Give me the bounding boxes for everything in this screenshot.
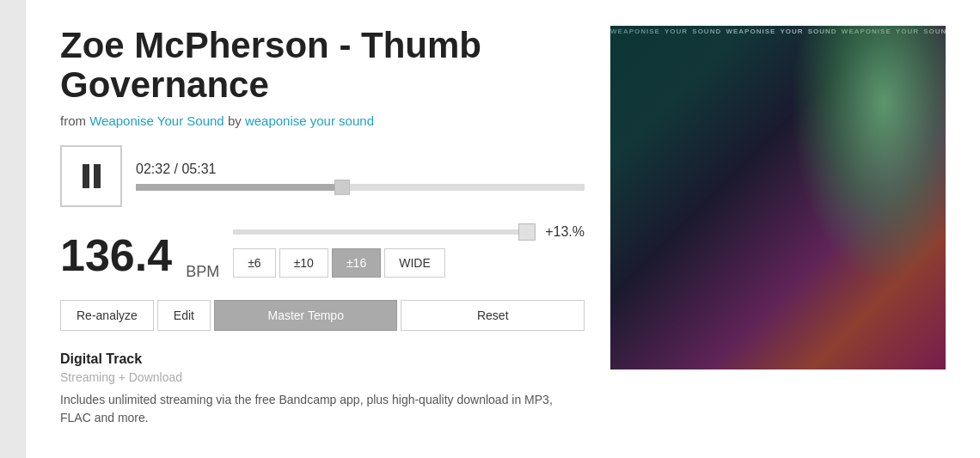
tempo-buttons-row: ±6 ±10 ±16 WIDE xyxy=(233,248,585,278)
total-time: 05:31 xyxy=(181,162,216,176)
from-line: from Weaponise Your Sound by weaponise y… xyxy=(60,113,585,128)
right-panel: WEAPONISE YOUR SOUND WEAPONISE YOUR SOUN… xyxy=(610,26,946,432)
tempo-btn-6[interactable]: ±6 xyxy=(233,248,275,278)
tempo-slider-row: +13.% xyxy=(233,224,585,240)
tempo-slider-handle[interactable] xyxy=(518,223,536,241)
tempo-btn-16[interactable]: ±16 xyxy=(332,248,381,278)
pause-icon xyxy=(83,164,101,188)
player-controls: 02:32 / 05:31 xyxy=(136,162,585,191)
digital-track-section: Digital Track Streaming + Download Inclu… xyxy=(60,351,585,427)
time-display: 02:32 / 05:31 xyxy=(136,162,585,177)
pause-bar-right xyxy=(94,164,101,188)
bpm-value: 136.4 xyxy=(60,233,172,278)
album-art: WEAPONISE YOUR SOUND WEAPONISE YOUR SOUN… xyxy=(610,26,946,369)
pause-button[interactable] xyxy=(60,145,122,207)
art-face xyxy=(791,26,946,284)
time-separator: / xyxy=(170,162,181,176)
sidebar xyxy=(0,0,26,458)
progress-handle[interactable] xyxy=(334,180,350,195)
pause-bar-left xyxy=(83,164,89,188)
bpm-section: 136.4 BPM +13.% ±6 ±10 ±16 WIDE xyxy=(60,224,585,286)
progress-bar[interactable] xyxy=(136,184,585,191)
digital-track-subtitle: Streaming + Download xyxy=(60,370,585,384)
by-text: by xyxy=(228,113,245,128)
album-link[interactable]: Weaponise Your Sound xyxy=(89,113,224,128)
artist-link[interactable]: weaponise your sound xyxy=(245,113,374,128)
reanalyze-button[interactable]: Re-analyze xyxy=(60,300,154,331)
current-time: 02:32 xyxy=(136,162,170,176)
tempo-btn-10[interactable]: ±10 xyxy=(279,248,328,278)
left-panel: Zoe McPherson - Thumb Governance from We… xyxy=(60,26,585,432)
action-buttons-row: Re-analyze Edit Master Tempo Reset xyxy=(60,300,585,331)
progress-fill xyxy=(136,184,342,191)
from-text: from xyxy=(60,113,86,128)
master-tempo-button[interactable]: Master Tempo xyxy=(214,300,398,331)
player-section: 02:32 / 05:31 xyxy=(60,145,585,207)
reset-button[interactable]: Reset xyxy=(401,300,585,331)
page-title: Zoe McPherson - Thumb Governance xyxy=(60,26,585,105)
tempo-controls: +13.% ±6 ±10 ±16 WIDE xyxy=(233,224,585,286)
digital-track-title: Digital Track xyxy=(60,351,585,367)
tempo-percentage: +13.% xyxy=(542,224,585,240)
edit-button[interactable]: Edit xyxy=(157,300,211,331)
tempo-slider[interactable] xyxy=(233,229,533,235)
tempo-btn-wide[interactable]: WIDE xyxy=(384,248,445,278)
digital-track-description: Includes unlimited streaming via the fre… xyxy=(60,391,585,427)
bpm-label: BPM xyxy=(186,263,219,286)
album-art-bg: WEAPONISE YOUR SOUND WEAPONISE YOUR SOUN… xyxy=(610,26,946,369)
